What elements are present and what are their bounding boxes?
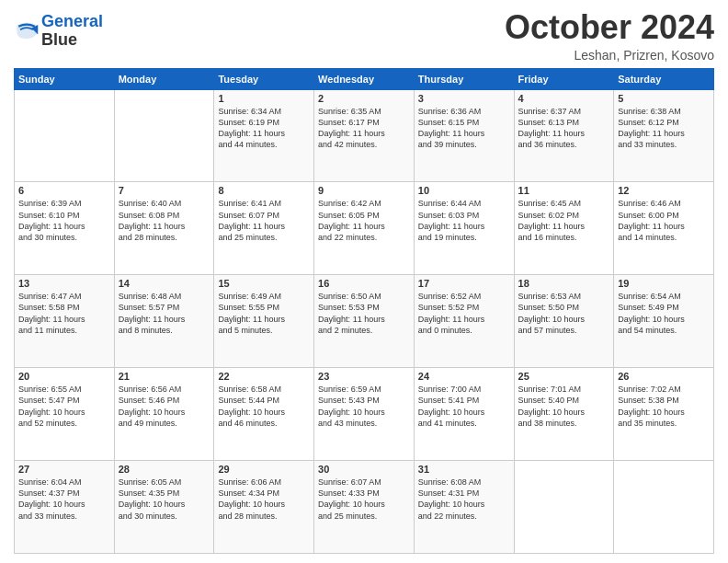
- day-number: 12: [618, 185, 710, 196]
- cell-line: and 33 minutes.: [618, 140, 677, 149]
- calendar-cell: 31Sunrise: 6:08 AMSunset: 4:31 PMDayligh…: [414, 461, 514, 554]
- cell-line: and 30 minutes.: [119, 511, 177, 521]
- calendar-cell: 9Sunrise: 6:42 AMSunset: 6:05 PMDaylight…: [314, 182, 415, 275]
- calendar-cell: 10Sunrise: 6:44 AMSunset: 6:03 PMDayligh…: [414, 182, 514, 275]
- day-number: 7: [119, 185, 210, 196]
- cell-line: Sunset: 5:43 PM: [318, 396, 380, 405]
- cell-info: Sunrise: 6:38 AMSunset: 6:12 PMDaylight:…: [618, 106, 710, 151]
- weekday-header-row: SundayMondayTuesdayWednesdayThursdayFrid…: [15, 68, 714, 89]
- cell-info: Sunrise: 6:44 AMSunset: 6:03 PMDaylight:…: [418, 198, 510, 243]
- cell-line: and 22 minutes.: [318, 233, 377, 242]
- cell-line: Daylight: 11 hours: [119, 315, 186, 324]
- cell-info: Sunrise: 6:47 AMSunset: 5:58 PMDaylight:…: [18, 291, 110, 336]
- cell-line: Sunset: 4:35 PM: [119, 488, 180, 498]
- cell-line: and 38 minutes.: [518, 419, 577, 428]
- cell-info: Sunrise: 6:34 AMSunset: 6:19 PMDaylight:…: [218, 106, 310, 151]
- day-number: 28: [119, 464, 210, 475]
- cell-line: and 33 minutes.: [18, 511, 77, 521]
- calendar-cell: 30Sunrise: 6:07 AMSunset: 4:33 PMDayligh…: [314, 461, 415, 554]
- cell-line: Daylight: 11 hours: [518, 222, 586, 231]
- cell-line: Sunset: 5:52 PM: [418, 303, 480, 312]
- cell-line: Daylight: 11 hours: [618, 129, 685, 138]
- location: Leshan, Prizren, Kosovo: [505, 48, 714, 63]
- day-number: 20: [18, 371, 110, 382]
- calendar-cell: 28Sunrise: 6:05 AMSunset: 4:35 PMDayligh…: [114, 461, 214, 554]
- cell-line: Sunset: 6:10 PM: [18, 211, 80, 220]
- cell-line: and 22 minutes.: [418, 511, 477, 521]
- cell-line: Sunset: 5:46 PM: [119, 396, 180, 405]
- cell-line: Sunrise: 6:58 AM: [218, 385, 281, 394]
- cell-line: Sunset: 5:38 PM: [618, 396, 679, 405]
- cell-line: and 30 minutes.: [18, 233, 77, 242]
- cell-info: Sunrise: 6:39 AMSunset: 6:10 PMDaylight:…: [18, 198, 110, 243]
- calendar-cell: [15, 89, 115, 182]
- day-number: 19: [618, 278, 710, 289]
- weekday-header: Monday: [114, 68, 214, 89]
- cell-line: Sunset: 6:19 PM: [218, 118, 279, 127]
- calendar-cell: 3Sunrise: 6:36 AMSunset: 6:15 PMDaylight…: [414, 89, 514, 182]
- day-number: 17: [418, 278, 510, 289]
- cell-line: Daylight: 10 hours: [18, 500, 85, 509]
- calendar-cell: 14Sunrise: 6:48 AMSunset: 5:57 PMDayligh…: [114, 275, 214, 368]
- cell-line: Daylight: 10 hours: [518, 315, 586, 324]
- cell-line: Daylight: 10 hours: [218, 408, 285, 417]
- day-number: 1: [218, 93, 310, 104]
- cell-line: Sunrise: 6:06 AM: [218, 477, 281, 487]
- calendar-cell: 22Sunrise: 6:58 AMSunset: 5:44 PMDayligh…: [214, 368, 314, 461]
- cell-info: Sunrise: 6:56 AMSunset: 5:46 PMDaylight:…: [119, 384, 210, 429]
- day-number: 25: [518, 371, 610, 382]
- cell-line: Sunrise: 6:54 AM: [618, 292, 681, 301]
- cell-line: Daylight: 11 hours: [418, 222, 485, 231]
- cell-line: Daylight: 11 hours: [119, 222, 186, 231]
- cell-line: Sunrise: 6:52 AM: [418, 292, 482, 301]
- cell-line: Sunset: 5:47 PM: [18, 396, 80, 405]
- cell-line: Sunset: 5:49 PM: [618, 303, 679, 312]
- cell-line: and 43 minutes.: [318, 419, 377, 428]
- cell-line: and 44 minutes.: [218, 140, 277, 149]
- cell-info: Sunrise: 6:45 AMSunset: 6:02 PMDaylight:…: [518, 198, 610, 243]
- cell-info: Sunrise: 6:40 AMSunset: 6:08 PMDaylight:…: [119, 198, 210, 243]
- cell-line: Sunset: 6:07 PM: [218, 211, 279, 220]
- cell-info: Sunrise: 6:36 AMSunset: 6:15 PMDaylight:…: [418, 106, 510, 151]
- day-number: 16: [318, 278, 410, 289]
- cell-info: Sunrise: 6:58 AMSunset: 5:44 PMDaylight:…: [218, 384, 310, 429]
- day-number: 29: [218, 464, 310, 475]
- weekday-header: Thursday: [414, 68, 514, 89]
- day-number: 23: [318, 371, 410, 382]
- cell-line: Daylight: 11 hours: [318, 315, 385, 324]
- cell-line: Sunset: 5:57 PM: [119, 303, 180, 312]
- cell-line: Sunset: 6:03 PM: [418, 211, 480, 220]
- cell-info: Sunrise: 6:41 AMSunset: 6:07 PMDaylight:…: [218, 198, 310, 243]
- cell-line: Daylight: 10 hours: [618, 315, 685, 324]
- calendar-cell: 23Sunrise: 6:59 AMSunset: 5:43 PMDayligh…: [314, 368, 415, 461]
- cell-line: and 28 minutes.: [218, 511, 277, 521]
- cell-line: Sunrise: 6:35 AM: [318, 107, 381, 116]
- calendar-cell: 1Sunrise: 6:34 AMSunset: 6:19 PMDaylight…: [214, 89, 314, 182]
- calendar-cell: 26Sunrise: 7:02 AMSunset: 5:38 PMDayligh…: [614, 368, 714, 461]
- cell-line: Daylight: 11 hours: [418, 129, 485, 138]
- cell-line: Sunrise: 6:37 AM: [518, 107, 582, 116]
- weekday-header: Saturday: [614, 68, 714, 89]
- calendar-cell: 17Sunrise: 6:52 AMSunset: 5:52 PMDayligh…: [414, 275, 514, 368]
- cell-line: and 49 minutes.: [119, 419, 177, 428]
- cell-line: Sunrise: 6:07 AM: [318, 477, 381, 487]
- calendar-cell: 2Sunrise: 6:35 AMSunset: 6:17 PMDaylight…: [314, 89, 415, 182]
- day-number: 18: [518, 278, 610, 289]
- weekday-header: Wednesday: [314, 68, 415, 89]
- logo-text: General Blue: [41, 13, 103, 50]
- cell-line: Sunset: 6:12 PM: [618, 118, 679, 127]
- cell-line: Daylight: 11 hours: [418, 315, 485, 324]
- cell-line: Sunrise: 6:49 AM: [218, 292, 281, 301]
- cell-line: Daylight: 10 hours: [18, 408, 85, 417]
- cell-line: Sunrise: 6:40 AM: [119, 199, 182, 208]
- calendar-cell: 5Sunrise: 6:38 AMSunset: 6:12 PMDaylight…: [614, 89, 714, 182]
- cell-info: Sunrise: 6:07 AMSunset: 4:33 PMDaylight:…: [318, 477, 410, 522]
- cell-line: Sunset: 4:37 PM: [18, 488, 80, 498]
- cell-info: Sunrise: 6:06 AMSunset: 4:34 PMDaylight:…: [218, 477, 310, 522]
- day-number: 2: [318, 93, 410, 104]
- weekday-header: Sunday: [15, 68, 115, 89]
- calendar-week-row: 20Sunrise: 6:55 AMSunset: 5:47 PMDayligh…: [15, 368, 714, 461]
- day-number: 4: [518, 93, 610, 104]
- calendar-cell: 21Sunrise: 6:56 AMSunset: 5:46 PMDayligh…: [114, 368, 214, 461]
- logo-icon: [14, 18, 40, 44]
